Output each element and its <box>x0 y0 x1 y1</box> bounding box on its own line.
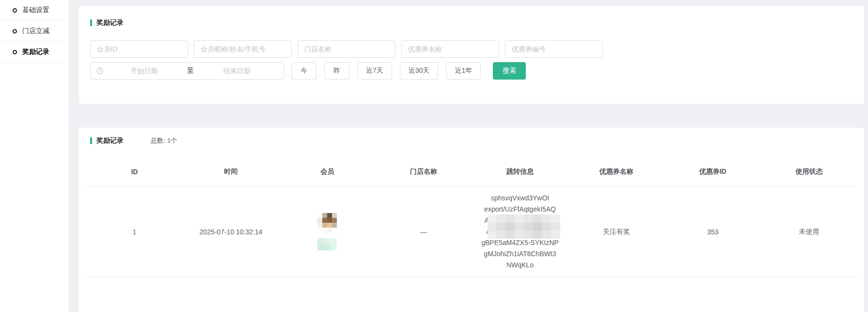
column-header: 使用状态 <box>761 167 857 176</box>
sidebar-menu: 基础设置门店立减奖励记录 <box>0 0 69 63</box>
quick-filter-2[interactable]: 昨 <box>324 62 349 80</box>
column-header: 优惠券名称 <box>568 167 664 176</box>
quick-filter-1[interactable]: 今 <box>291 62 316 80</box>
cell-store: — <box>376 187 472 277</box>
cell-status: 未使用 <box>761 187 857 277</box>
search-panel: 奖励记录 至 今昨近7天近30天近1年 搜索 <box>79 6 864 104</box>
circle-icon <box>13 8 17 13</box>
column-header: 时间 <box>183 167 279 176</box>
cell-time: 2025-07-10 10:32:14 <box>183 187 279 277</box>
member-nickname-input[interactable] <box>194 40 292 58</box>
sidebar: 基础设置门店立减奖励记录 <box>0 0 69 312</box>
sidebar-item-1[interactable]: 基础设置 <box>0 0 69 21</box>
cell-jump-info: sphsvqVxwd3YwOIexport/UzFfAqtgekI5AQAAA … <box>472 187 568 277</box>
search-panel-header: 奖励记录 <box>90 18 854 27</box>
cell-id: 1 <box>86 187 183 277</box>
coupon-code-input[interactable] <box>505 40 603 58</box>
member-id-input[interactable] <box>90 40 188 58</box>
column-header: 优惠券ID <box>664 167 761 176</box>
sidebar-item-label: 奖励记录 <box>22 48 49 56</box>
table-header-row: ID时间会员门店名称跳转信息优惠券名称优惠券ID使用状态 <box>86 157 857 187</box>
records-panel-header: 奖励记录 总数: 1个 <box>86 136 857 145</box>
coupon-name-input[interactable] <box>401 40 499 58</box>
jump-info-line: sphsvqVxwd3YwOI <box>481 193 559 204</box>
clock-icon <box>96 67 103 74</box>
column-header: 门店名称 <box>376 167 472 176</box>
jump-info-line: gMJohiZh1iAT6ChBWt3 <box>481 248 559 260</box>
date-filter-row: 至 今昨近7天近30天近1年 搜索 <box>90 62 854 80</box>
quick-filter-3[interactable]: 近7天 <box>357 62 392 80</box>
title-accent-bar <box>90 19 92 26</box>
main-content: 奖励记录 至 今昨近7天近30天近1年 搜索 奖励记录 <box>79 0 864 312</box>
jump-info-line: NWqKLo <box>481 260 559 271</box>
records-table: ID时间会员门店名称跳转信息优惠券名称优惠券ID使用状态 1 2025-07-1… <box>86 157 857 277</box>
quick-filter-5[interactable]: 近1年 <box>446 62 481 80</box>
search-button[interactable]: 搜索 <box>493 62 526 80</box>
circle-icon <box>13 50 17 54</box>
start-date-input[interactable] <box>103 67 185 75</box>
cell-coupon-id: 353 <box>664 187 761 277</box>
cell-member <box>279 187 376 277</box>
circle-icon <box>13 29 17 33</box>
jump-info-line: gBPE5aM4ZX5-SYKIzNP <box>481 237 559 248</box>
store-name-input[interactable] <box>298 40 395 58</box>
date-range-picker[interactable]: 至 <box>90 62 284 80</box>
member-avatar <box>317 213 337 232</box>
sidebar-item-3[interactable]: 奖励记录 <box>0 42 69 63</box>
column-header: 跳转信息 <box>472 167 568 176</box>
sidebar-item-label: 门店立减 <box>22 27 49 35</box>
table-row[interactable]: 1 2025-07-10 10:32:14 — sphsvqVxwd3YwOIe… <box>86 187 857 277</box>
total-count-label: 总数: 1个 <box>151 136 177 145</box>
quick-filter-4[interactable]: 近30天 <box>400 62 439 80</box>
end-date-input[interactable] <box>196 67 278 75</box>
pixelated-blur-overlay <box>488 214 560 239</box>
search-inputs-row <box>90 40 854 58</box>
records-panel-title: 奖励记录 <box>96 136 124 145</box>
quick-filter-buttons: 今昨近7天近30天近1年 <box>291 62 489 80</box>
search-panel-title: 奖励记录 <box>96 18 124 27</box>
sidebar-item-2[interactable]: 门店立减 <box>0 21 69 42</box>
jump-info-line: export/UzFfAqtgekI5AQ <box>481 204 559 215</box>
records-panel: 奖励记录 总数: 1个 ID时间会员门店名称跳转信息优惠券名称优惠券ID使用状态… <box>79 128 864 312</box>
column-header: ID <box>86 168 183 176</box>
sidebar-item-label: 基础设置 <box>22 6 49 15</box>
title-accent-bar <box>90 137 92 144</box>
column-header: 会员 <box>279 167 376 176</box>
date-range-separator: 至 <box>185 66 196 75</box>
member-image <box>317 238 337 250</box>
cell-coupon-name: 关注有奖 <box>568 187 664 277</box>
